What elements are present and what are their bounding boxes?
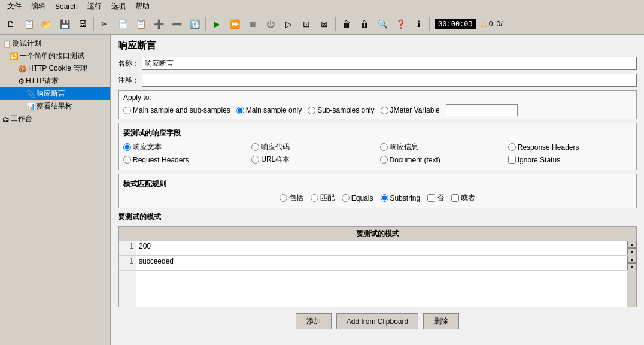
- apply-main-sub-radio[interactable]: [123, 107, 131, 114]
- rf-url-sample-radio[interactable]: [251, 156, 259, 164]
- tb-paste-btn[interactable]: 📋: [132, 16, 149, 32]
- interface-test-icon: 🔁: [10, 52, 19, 60]
- apply-jmeter-var[interactable]: JMeter Variable: [381, 106, 440, 114]
- tree-item-workbench[interactable]: 🗂 工作台: [0, 113, 110, 125]
- test-patterns-title: 要测试的模式: [118, 212, 637, 222]
- rf-resp-msg[interactable]: 响应信息: [380, 142, 503, 152]
- apply-main-sub[interactable]: Main sample and sub-samples: [123, 106, 230, 114]
- tb-remote-start-btn[interactable]: ▷: [280, 16, 297, 32]
- tb-toggle-btn[interactable]: 🔃: [186, 16, 203, 32]
- rf-resp-headers-label: Response Headers: [518, 143, 579, 152]
- tb-templates-btn[interactable]: 📋: [20, 16, 37, 32]
- rf-ignore-status[interactable]: Ignore Status: [508, 155, 631, 165]
- pm-substring-label: Substring: [390, 194, 421, 202]
- rf-resp-text-radio[interactable]: [123, 143, 131, 151]
- test-patterns-section: 要测试的模式 要测试的模式 1 200 ▲ ▼ 1 succeeded: [118, 212, 637, 307]
- comment-input[interactable]: [142, 74, 637, 87]
- pm-not-check[interactable]: [427, 194, 435, 202]
- pm-equals[interactable]: Equals: [342, 194, 373, 202]
- comment-row: 注释：: [118, 74, 637, 87]
- add-clipboard-button[interactable]: Add from Clipboard: [336, 313, 418, 329]
- tb-info-btn[interactable]: ℹ: [410, 16, 427, 32]
- tb-cut-btn[interactable]: ✂: [96, 16, 113, 32]
- name-input[interactable]: [142, 57, 637, 70]
- rf-resp-code[interactable]: 响应代码: [251, 142, 375, 152]
- tb-save-all-btn[interactable]: 🖫: [74, 16, 91, 32]
- rf-resp-msg-radio[interactable]: [380, 143, 388, 151]
- pattern-empty-scroll: [627, 271, 636, 307]
- tb-search-btn[interactable]: 🔍: [374, 16, 391, 32]
- rf-ignore-status-check[interactable]: [508, 156, 516, 164]
- menu-search[interactable]: Search: [50, 1, 83, 12]
- pm-or-check[interactable]: [451, 194, 459, 202]
- apply-jmeter-var-label: JMeter Variable: [390, 106, 440, 114]
- rf-req-headers-radio[interactable]: [123, 156, 131, 164]
- menu-edit[interactable]: 编辑: [26, 0, 50, 13]
- menu-help[interactable]: 帮助: [130, 0, 154, 13]
- tb-clear-btn[interactable]: 🗑: [338, 16, 355, 32]
- pm-equals-radio[interactable]: [342, 194, 350, 202]
- tb-shutdown-btn[interactable]: ⏻: [262, 16, 279, 32]
- rf-resp-code-radio[interactable]: [251, 143, 259, 151]
- tree-item-view-results[interactable]: 📊 察看结果树: [0, 100, 110, 113]
- left-panel: 📋 测试计划 🔁 一个简单的接口测试 🍪 HTTP Cookie 管理 ⚙ HT…: [0, 35, 111, 345]
- tb-copy-btn[interactable]: 📄: [114, 16, 131, 32]
- name-row: 名称：: [118, 57, 637, 70]
- rf-document[interactable]: Document (text): [380, 155, 503, 165]
- tb-remote-stop-btn[interactable]: ⊡: [298, 16, 315, 32]
- tb-expand-btn[interactable]: ➕: [150, 16, 167, 32]
- apply-to-section: Apply to: Main sample and sub-samples Ma…: [118, 90, 637, 119]
- pattern-row-1-scroll-down[interactable]: ▼: [627, 248, 637, 255]
- tb-open-btn[interactable]: 📂: [38, 16, 55, 32]
- pattern-row-1-scroll-up[interactable]: ▲: [627, 241, 637, 248]
- rf-resp-headers-radio[interactable]: [508, 143, 516, 151]
- menu-run[interactable]: 运行: [83, 0, 107, 13]
- delete-button[interactable]: 删除: [423, 313, 459, 329]
- pm-substring-radio[interactable]: [381, 194, 388, 202]
- apply-jmeter-var-radio[interactable]: [381, 107, 388, 114]
- pm-matches-radio[interactable]: [311, 194, 318, 202]
- pattern-row-2-scroll-up[interactable]: ▲: [627, 256, 637, 263]
- pm-matches[interactable]: 匹配: [311, 193, 335, 203]
- apply-sub-only[interactable]: Sub-samples only: [308, 106, 374, 114]
- apply-main-only-radio[interactable]: [236, 107, 244, 114]
- tree-item-http-request[interactable]: ⚙ HTTP请求: [0, 75, 110, 87]
- tb-stop-btn[interactable]: ⏹: [244, 16, 261, 32]
- menu-options[interactable]: 选项: [107, 0, 130, 13]
- rf-url-sample-label: URL样本: [261, 155, 290, 165]
- rf-resp-headers[interactable]: Response Headers: [508, 142, 631, 152]
- rf-url-sample[interactable]: URL样本: [251, 155, 375, 165]
- add-button[interactable]: 添加: [296, 313, 332, 329]
- tree-item-test-plan[interactable]: 📋 测试计划: [0, 37, 110, 50]
- tb-start-no-pause-btn[interactable]: ⏩: [226, 16, 243, 32]
- jmeter-var-input[interactable]: [446, 104, 518, 116]
- pm-contains[interactable]: 包括: [280, 193, 303, 203]
- pattern-row-2-scroll-down[interactable]: ▼: [627, 263, 637, 270]
- rf-req-headers[interactable]: Request Headers: [123, 155, 247, 165]
- workbench-icon: 🗂: [2, 115, 10, 123]
- pm-not[interactable]: 否: [427, 193, 444, 203]
- pm-or[interactable]: 或者: [451, 193, 475, 203]
- tb-help-btn[interactable]: ❓: [392, 16, 409, 32]
- pm-contains-radio[interactable]: [280, 194, 287, 202]
- apply-main-sub-label: Main sample and sub-samples: [133, 106, 230, 114]
- tree-item-http-cookie[interactable]: 🍪 HTTP Cookie 管理: [0, 62, 110, 75]
- comment-label: 注释：: [118, 75, 142, 86]
- tb-save-btn[interactable]: 💾: [56, 16, 73, 32]
- menu-file[interactable]: 文件: [2, 0, 26, 13]
- tb-new-btn[interactable]: 🗋: [2, 16, 19, 32]
- apply-sub-only-radio[interactable]: [308, 107, 315, 114]
- pm-or-label: 或者: [461, 193, 475, 203]
- rf-document-radio[interactable]: [380, 156, 388, 164]
- pm-substring[interactable]: Substring: [381, 194, 421, 202]
- tb-collapse-btn[interactable]: ➖: [168, 16, 185, 32]
- pattern-match-title: 模式匹配规则: [123, 179, 631, 189]
- apply-main-only[interactable]: Main sample only: [236, 106, 302, 114]
- rf-resp-text[interactable]: 响应文本: [123, 142, 247, 152]
- tb-start-btn[interactable]: ▶: [208, 16, 225, 32]
- tb-remote-exit-btn[interactable]: ⊠: [316, 16, 333, 32]
- tb-clear-all-btn[interactable]: 🗑: [356, 16, 373, 32]
- tree-item-interface-test[interactable]: 🔁 一个简单的接口测试: [0, 50, 110, 62]
- tree-item-response-assert[interactable]: 📎 响应断言: [0, 87, 110, 100]
- response-field-section: 要测试的响应字段 响应文本 响应代码 响应信息 Response Headers: [118, 123, 637, 170]
